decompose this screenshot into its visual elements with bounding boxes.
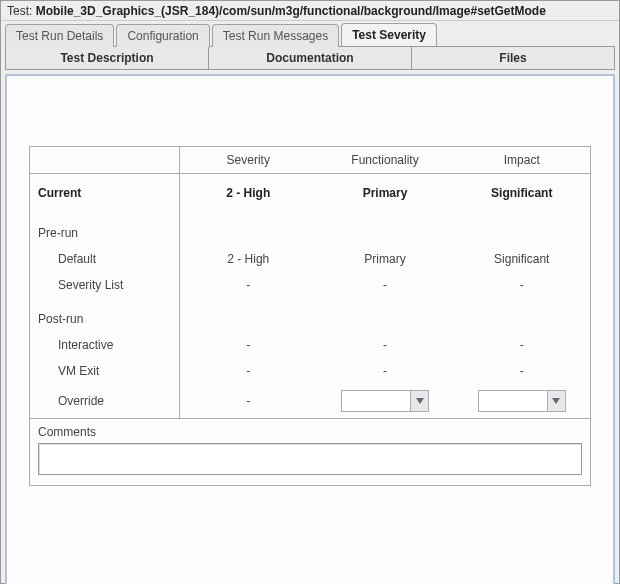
cell-label: VM Exit	[30, 358, 180, 384]
combo-value	[342, 391, 410, 411]
row-current: Current 2 - High Primary Significant	[30, 174, 591, 213]
row-override: Override -	[30, 384, 591, 419]
cell-label: Pre-run	[30, 212, 180, 246]
cell-functionality: Primary	[317, 246, 454, 272]
cell-severity: 2 - High	[180, 174, 317, 213]
test-window: Test: Mobile_3D_Graphics_(JSR_184)/com/s…	[0, 0, 620, 584]
cell-label: Default	[30, 246, 180, 272]
row-severity-list: Severity List - - -	[30, 272, 591, 298]
cell-label: Current	[30, 174, 180, 213]
cell-impact: -	[454, 332, 591, 358]
tab-configuration[interactable]: Configuration	[116, 24, 209, 47]
cell-impact: Significant	[454, 174, 591, 213]
row-default: Default 2 - High Primary Significant	[30, 246, 591, 272]
chevron-down-icon[interactable]	[547, 391, 565, 411]
primary-tabs: Test Run Details Configuration Test Run …	[1, 21, 619, 46]
cell-severity: -	[180, 332, 317, 358]
cell-impact: -	[454, 358, 591, 384]
tab-test-run-messages[interactable]: Test Run Messages	[212, 24, 339, 47]
comments-block: Comments	[29, 419, 591, 486]
cell-functionality-combo	[317, 384, 454, 419]
table-header-row: Severity Functionality Impact	[30, 147, 591, 174]
cell-label: Severity List	[30, 272, 180, 298]
secondary-tabs: Test Description Documentation Files	[1, 46, 619, 70]
subtab-documentation[interactable]: Documentation	[209, 46, 412, 70]
cell-label: Post-run	[30, 298, 180, 332]
svg-marker-0	[416, 398, 424, 404]
cell-severity: -	[180, 272, 317, 298]
override-impact-combo[interactable]	[478, 390, 566, 412]
override-functionality-combo[interactable]	[341, 390, 429, 412]
cell-functionality: Primary	[317, 174, 454, 213]
row-prerun-header: Pre-run	[30, 212, 591, 246]
tab-test-run-details[interactable]: Test Run Details	[5, 24, 114, 47]
title-bar: Test: Mobile_3D_Graphics_(JSR_184)/com/s…	[1, 1, 619, 21]
cell-severity: 2 - High	[180, 246, 317, 272]
chevron-down-icon[interactable]	[410, 391, 428, 411]
cell-label: Override	[30, 384, 180, 419]
col-functionality: Functionality	[317, 147, 454, 174]
subtab-files[interactable]: Files	[412, 46, 615, 70]
row-interactive: Interactive - - -	[30, 332, 591, 358]
cell-functionality: -	[317, 358, 454, 384]
severity-table: Severity Functionality Impact Current 2 …	[29, 146, 591, 419]
comments-input[interactable]	[38, 443, 582, 475]
col-impact: Impact	[454, 147, 591, 174]
cell-functionality: -	[317, 332, 454, 358]
cell-impact: Significant	[454, 246, 591, 272]
cell-severity: -	[180, 384, 317, 419]
col-severity: Severity	[180, 147, 317, 174]
title-label: Test:	[7, 4, 36, 18]
col-blank	[30, 147, 180, 174]
comments-label: Comments	[38, 425, 582, 439]
title-path: Mobile_3D_Graphics_(JSR_184)/com/sun/m3g…	[36, 4, 546, 18]
content-frame: Severity Functionality Impact Current 2 …	[5, 74, 615, 584]
row-vm-exit: VM Exit - - -	[30, 358, 591, 384]
tab-test-severity[interactable]: Test Severity	[341, 23, 437, 46]
cell-functionality: -	[317, 272, 454, 298]
row-postrun-header: Post-run	[30, 298, 591, 332]
cell-impact: -	[454, 272, 591, 298]
cell-severity: -	[180, 358, 317, 384]
svg-marker-1	[552, 398, 560, 404]
combo-value	[479, 391, 547, 411]
cell-impact-combo	[454, 384, 591, 419]
cell-label: Interactive	[30, 332, 180, 358]
subtab-test-description[interactable]: Test Description	[5, 46, 209, 70]
